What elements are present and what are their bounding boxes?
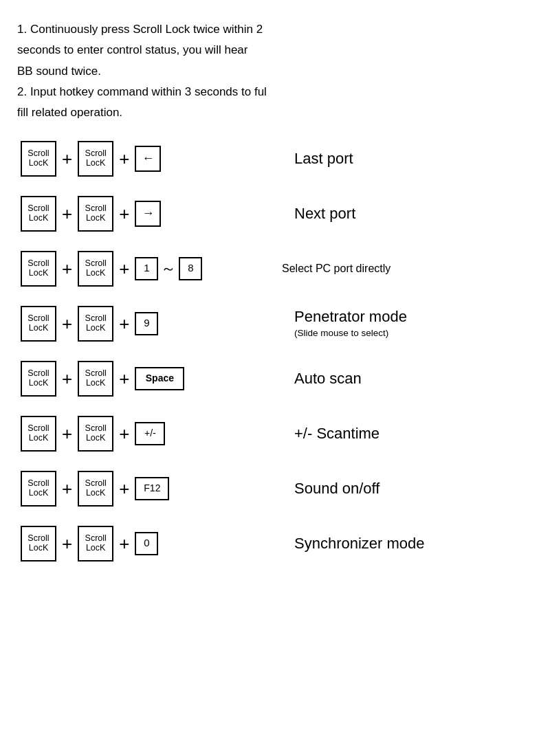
- plus-sign-2: +: [119, 480, 129, 498]
- plus-sign-2: +: [119, 150, 129, 168]
- action-label-select-port: Select PC port directly: [282, 262, 390, 275]
- scroll-lock-key-1: ScrollLocK: [21, 306, 56, 342]
- hotkey-row-next-port: ScrollLocK + ScrollLocK + → Next port: [21, 192, 536, 235]
- extra-key-sync: 0: [135, 532, 158, 555]
- hotkey-row-last-port: ScrollLocK + ScrollLocK + ← Last port: [21, 137, 536, 180]
- hotkey-row-auto-scan: ScrollLocK + ScrollLocK + Space Auto sca…: [21, 357, 536, 400]
- plus-sign-2: +: [119, 260, 129, 278]
- action-label-penetrator: Penetrator mode (Slide mouse to select): [294, 308, 407, 339]
- plus-sign-1: +: [62, 480, 72, 498]
- scroll-lock-key-2: ScrollLocK: [78, 361, 113, 397]
- instruction-line-1: 1. Continuously press Scroll Lock twice …: [17, 21, 536, 38]
- extra-key-scantime: +/-: [135, 422, 165, 445]
- extra-key-end-select-port: 8: [179, 257, 202, 280]
- plus-sign-1: +: [62, 425, 72, 443]
- scroll-lock-key-1: ScrollLocK: [21, 416, 56, 452]
- extra-key-next-port: →: [135, 201, 161, 227]
- extra-key-penetrator: 9: [135, 312, 158, 335]
- scroll-lock-key-2: ScrollLocK: [78, 196, 113, 232]
- hotkey-row-sound: ScrollLocK + ScrollLocK + F12 Sound on/o…: [21, 467, 536, 510]
- plus-sign-2: +: [119, 370, 129, 388]
- scroll-lock-key-1: ScrollLocK: [21, 526, 56, 562]
- key-combo-sync: ScrollLocK + ScrollLocK + 0: [21, 526, 275, 562]
- instruction-line-4: 2. Input hotkey command within 3 seconds…: [17, 83, 536, 101]
- extra-key-start-select-port: 1: [135, 257, 158, 280]
- plus-sign-2: +: [119, 315, 129, 333]
- scroll-lock-key-1: ScrollLocK: [21, 251, 56, 287]
- plus-sign-1: +: [62, 150, 72, 168]
- tilde-sign: ～: [161, 258, 176, 279]
- instructions-block: 1. Continuously press Scroll Lock twice …: [14, 21, 536, 122]
- plus-sign-1: +: [62, 315, 72, 333]
- scroll-lock-key-2: ScrollLocK: [78, 141, 113, 177]
- instruction-line-2: seconds to enter control status, you wil…: [17, 41, 536, 59]
- action-label-sound: Sound on/off: [294, 480, 380, 498]
- hotkey-row-penetrator: ScrollLocK + ScrollLocK + 9 Penetrator m…: [21, 302, 536, 345]
- plus-sign-1: +: [62, 205, 72, 223]
- plus-sign-2: +: [119, 535, 129, 553]
- key-combo-penetrator: ScrollLocK + ScrollLocK + 9: [21, 306, 275, 342]
- key-combo-last-port: ScrollLocK + ScrollLocK + ←: [21, 141, 275, 177]
- action-label-last-port: Last port: [294, 150, 353, 168]
- scroll-lock-key-1: ScrollLocK: [21, 471, 56, 507]
- plus-sign-1: +: [62, 260, 72, 278]
- scroll-lock-key-2: ScrollLocK: [78, 251, 113, 287]
- key-combo-select-port: ScrollLocK + ScrollLocK + 1 ～ 8: [21, 251, 275, 287]
- extra-key-last-port: ←: [135, 146, 161, 172]
- instruction-line-3: BB sound twice.: [17, 63, 536, 80]
- instruction-line-5: fill related operation.: [17, 104, 536, 122]
- key-combo-scantime: ScrollLocK + ScrollLocK + +/-: [21, 416, 275, 452]
- plus-sign-2: +: [119, 425, 129, 443]
- hotkey-table: ScrollLocK + ScrollLocK + ← Last port Sc…: [21, 137, 536, 565]
- key-combo-sound: ScrollLocK + ScrollLocK + F12: [21, 471, 275, 507]
- extra-key-auto-scan: Space: [135, 367, 184, 390]
- key-combo-next-port: ScrollLocK + ScrollLocK + →: [21, 196, 275, 232]
- hotkey-row-scantime: ScrollLocK + ScrollLocK + +/- +/- Scanti…: [21, 412, 536, 455]
- action-label-auto-scan: Auto scan: [294, 370, 362, 388]
- scroll-lock-key-1: ScrollLocK: [21, 361, 56, 397]
- action-label-sync: Synchronizer mode: [294, 535, 425, 553]
- plus-sign-1: +: [62, 535, 72, 553]
- plus-sign-2: +: [119, 205, 129, 223]
- extra-key-sound: F12: [135, 477, 169, 500]
- key-combo-auto-scan: ScrollLocK + ScrollLocK + Space: [21, 361, 275, 397]
- scroll-lock-key-1: ScrollLocK: [21, 141, 56, 177]
- hotkey-row-sync: ScrollLocK + ScrollLocK + 0 Synchronizer…: [21, 522, 536, 565]
- action-label-next-port: Next port: [294, 205, 355, 223]
- scroll-lock-key-2: ScrollLocK: [78, 306, 113, 342]
- plus-sign-1: +: [62, 370, 72, 388]
- hotkey-row-select-port: ScrollLocK + ScrollLocK + 1 ～ 8 Select P…: [21, 247, 536, 290]
- sub-action-label-penetrator: (Slide mouse to select): [294, 328, 407, 339]
- scroll-lock-key-1: ScrollLocK: [21, 196, 56, 232]
- scroll-lock-key-2: ScrollLocK: [78, 471, 113, 507]
- scroll-lock-key-2: ScrollLocK: [78, 416, 113, 452]
- action-label-scantime: +/- Scantime: [294, 425, 380, 443]
- scroll-lock-key-2: ScrollLocK: [78, 526, 113, 562]
